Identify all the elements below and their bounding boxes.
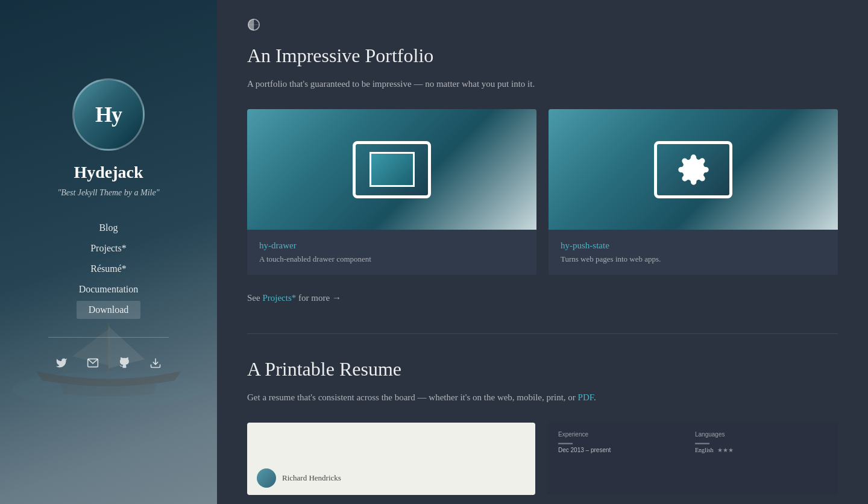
card-hy-push-state-body: hy-push-state Turns web pages into web a… (549, 230, 838, 275)
card-hy-push-state-image (549, 109, 838, 230)
nav-item-projects[interactable]: Projects* (78, 239, 139, 257)
avatar: Hy (72, 78, 145, 151)
experience-header: Experience (558, 431, 690, 438)
nav-links: Blog Projects* Résumé* Documentation Dow… (0, 219, 217, 319)
sidebar-divider (48, 337, 169, 338)
github-icon[interactable] (115, 353, 134, 373)
site-title: Hydejack (74, 163, 143, 182)
see-more: See Projects* for more→ (247, 293, 838, 303)
avatar-initials: Hy (95, 102, 122, 127)
resume-pdf-link[interactable]: PDF (578, 392, 594, 402)
resume-title: A Printable Resume (247, 358, 838, 380)
resume-preview-cards: Richard Hendricks Experience ▬▬▬ Dec 201… (247, 423, 838, 495)
card-hy-push-state-link[interactable]: hy-push-state (561, 241, 826, 251)
see-more-arrow: → (332, 293, 341, 303)
see-more-prefix: See (247, 293, 262, 303)
card-hy-push-state-caption: Turns web pages into web apps. (561, 254, 826, 264)
social-icons (52, 353, 165, 373)
resume-desc-prefix: Get a resume that's consistent across th… (247, 392, 578, 402)
portfolio-title: An Impressive Portfolio (247, 45, 838, 67)
card-hy-drawer-image (247, 109, 536, 230)
resume-language: English (695, 447, 714, 453)
see-more-suffix: for more (296, 293, 330, 303)
sidebar: Hy Hydejack "Best Jekyll Theme by a Mile… (0, 0, 217, 504)
resume-section: A Printable Resume Get a resume that's c… (247, 358, 838, 495)
main-content: An Impressive Portfolio A portfolio that… (217, 0, 868, 504)
nav-item-resume[interactable]: Résumé* (78, 260, 139, 278)
see-more-link[interactable]: Projects* (262, 293, 296, 303)
portfolio-section: An Impressive Portfolio A portfolio that… (247, 45, 838, 303)
rss-icon[interactable] (146, 353, 165, 373)
resume-stars: ★★★ (717, 447, 734, 453)
portfolio-cards: hy-drawer A touch-enabled drawer compone… (247, 109, 838, 275)
card-hy-drawer-caption: A touch-enabled drawer component (259, 254, 524, 264)
card-hy-drawer-link[interactable]: hy-drawer (259, 241, 524, 251)
email-icon[interactable] (83, 353, 102, 373)
resume-date: Dec 2013 – present (558, 447, 690, 453)
nav-item-blog[interactable]: Blog (87, 219, 130, 237)
nav-item-docs[interactable]: Documentation (67, 280, 151, 298)
site-tagline: "Best Jekyll Theme by a Mile" (57, 188, 159, 198)
card-hy-drawer-body: hy-drawer A touch-enabled drawer compone… (247, 230, 536, 275)
card-hy-push-state[interactable]: hy-push-state Turns web pages into web a… (549, 109, 838, 275)
twitter-icon[interactable] (52, 353, 71, 373)
theme-toggle[interactable] (247, 18, 262, 33)
nav-item-download[interactable]: Download (77, 301, 141, 319)
resume-desc-suffix: . (594, 392, 596, 402)
languages-header: Languages (695, 431, 827, 438)
resume-name: Richard Hendricks (282, 473, 341, 483)
card-hy-drawer[interactable]: hy-drawer A touch-enabled drawer compone… (247, 109, 536, 275)
resume-description: Get a resume that's consistent across th… (247, 390, 838, 405)
sidebar-content: Hy Hydejack "Best Jekyll Theme by a Mile… (0, 0, 217, 373)
portfolio-description: A portfolio that's guaranteed to be impr… (247, 77, 838, 91)
resume-card-dark: Experience ▬▬▬ Dec 2013 – present Langua… (547, 423, 838, 495)
section-divider (247, 333, 838, 334)
resume-card-light: Richard Hendricks (247, 423, 535, 495)
